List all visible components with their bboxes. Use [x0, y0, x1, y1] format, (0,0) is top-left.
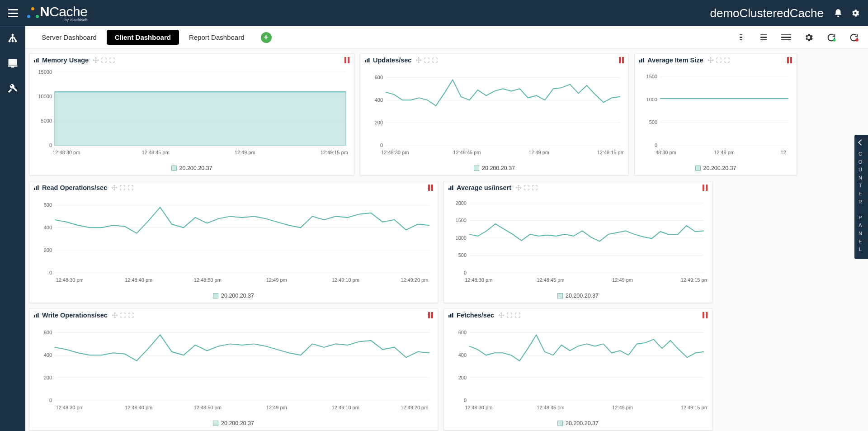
fullscreen-icon[interactable] [432, 57, 438, 63]
tab-server-dashboard[interactable]: Server Dashboard [33, 30, 105, 45]
tools-icon[interactable] [7, 82, 18, 93]
move-icon[interactable] [499, 313, 504, 318]
svg-rect-17 [365, 60, 366, 62]
panel-fetches-sec: Fetches/sec 020040060012:48:30 pm12:48:4… [443, 308, 712, 431]
hamburger-menu-icon[interactable] [8, 9, 18, 17]
svg-text:0: 0 [49, 142, 52, 148]
expand-icon[interactable] [424, 57, 429, 63]
svg-text:0: 0 [380, 142, 383, 148]
svg-text:12:49 pm: 12:49 pm [714, 150, 735, 155]
expand-icon[interactable] [101, 57, 107, 63]
refresh-green-icon[interactable] [826, 33, 836, 43]
panel-title: Updates/sec [373, 57, 411, 64]
pause-icon[interactable] [428, 312, 433, 318]
svg-point-0 [833, 38, 835, 41]
panel-tools [93, 57, 115, 63]
fullscreen-icon[interactable] [532, 185, 538, 190]
svg-rect-80 [34, 315, 35, 317]
svg-text:500: 500 [649, 119, 657, 125]
move-icon[interactable] [708, 57, 713, 63]
legend-swatch-icon [213, 293, 218, 298]
panel-title: Write Operations/sec [42, 312, 108, 319]
expand-icon[interactable] [507, 313, 512, 318]
panel-write-ops: Write Operations/sec 020040060012:48:30 … [29, 308, 438, 431]
svg-rect-99 [452, 313, 453, 317]
svg-text:12:48:40 pm: 12:48:40 pm [125, 405, 152, 410]
svg-rect-65 [452, 185, 453, 190]
panel-title: Memory Usage [42, 57, 89, 64]
svg-text:12:49:15 pm: 12:49:15 pm [321, 150, 348, 155]
chart-legend: 20.200.20.37 [360, 163, 628, 175]
move-icon[interactable] [93, 57, 99, 63]
chart-area: 020040060012:48:30 pm12:48:40 pm12:48:50… [29, 194, 438, 291]
logo-text: NCache by Alachisoft [40, 4, 87, 22]
move-icon[interactable] [516, 185, 521, 190]
panel-avg-us-insert: Average us/insert 050010001500200012:48:… [443, 181, 712, 303]
panel-tools [516, 185, 538, 190]
chart-area: 020040060012:48:30 pm12:48:45 pm12:49 pm… [360, 66, 628, 163]
counter-panel-toggle[interactable]: COUNTER PANEL [854, 135, 868, 259]
notifications-icon[interactable] [834, 9, 843, 18]
chart-area: 050010001500200012:48:30 pm12:48:45 pm12… [444, 194, 712, 291]
pause-icon[interactable] [428, 185, 433, 191]
expand-icon[interactable] [120, 313, 126, 318]
expand-icon[interactable] [120, 185, 125, 190]
refresh-red-icon[interactable] [849, 33, 859, 43]
chart-legend: 20.200.20.37 [29, 163, 354, 175]
cluster-icon[interactable] [7, 33, 18, 44]
fullscreen-icon[interactable] [128, 185, 133, 190]
svg-rect-63 [448, 188, 450, 190]
chart-legend: 20.200.20.37 [444, 291, 712, 303]
pause-icon[interactable] [619, 57, 624, 63]
tab-client-dashboard[interactable]: Client Dashboard [107, 30, 179, 45]
svg-text:200: 200 [458, 375, 467, 380]
legend-swatch-icon [557, 421, 563, 426]
svg-text::48:30 pm: :48:30 pm [654, 150, 676, 155]
svg-text:1500: 1500 [646, 74, 657, 79]
columns-3-icon[interactable] [781, 33, 791, 43]
expand-icon[interactable] [716, 57, 722, 63]
pause-icon[interactable] [344, 57, 349, 63]
fullscreen-icon[interactable] [515, 313, 520, 318]
pause-icon[interactable] [703, 312, 708, 318]
svg-text:12:49 pm: 12:49 pm [612, 405, 633, 410]
legend-swatch-icon [557, 293, 563, 298]
svg-text:600: 600 [458, 330, 467, 335]
legend-label: 20.200.20.37 [179, 165, 212, 171]
fullscreen-icon[interactable] [109, 57, 115, 63]
dashboard-settings-icon[interactable] [804, 33, 814, 43]
settings-gear-icon[interactable] [851, 9, 860, 18]
tab-report-dashboard[interactable]: Report Dashboard [181, 30, 253, 45]
dashboard-row: Memory Usage 05000100001500012:48:30 pm1… [29, 53, 863, 175]
bar-chart-icon [639, 58, 645, 62]
svg-text:0: 0 [655, 142, 657, 148]
svg-text:200: 200 [44, 375, 52, 380]
columns-1-icon[interactable] [736, 33, 746, 43]
move-icon[interactable] [416, 57, 421, 63]
pause-icon[interactable] [787, 57, 792, 63]
svg-text:12:49:15 pm: 12:49:15 pm [681, 277, 708, 283]
columns-2-icon[interactable] [759, 33, 769, 43]
pause-icon[interactable] [703, 185, 708, 191]
chart-area: 05000100001500012:48:30 pm12:48:45 pm12:… [29, 66, 354, 163]
svg-text:0: 0 [464, 270, 467, 275]
svg-text:1000: 1000 [646, 97, 657, 102]
chart-area: 020040060012:48:30 pm12:48:40 pm12:48:50… [29, 322, 438, 418]
svg-text:0: 0 [49, 398, 52, 403]
move-icon[interactable] [112, 313, 118, 318]
legend-label: 20.200.20.37 [221, 420, 254, 426]
move-icon[interactable] [112, 185, 117, 190]
panel-tools [112, 185, 133, 190]
svg-text:12:48:30 pm: 12:48:30 pm [465, 405, 492, 410]
svg-text:0: 0 [464, 398, 467, 403]
add-dashboard-button[interactable]: + [261, 32, 272, 43]
monitor-icon[interactable] [7, 57, 18, 68]
bar-chart-icon [365, 58, 370, 62]
svg-text:12:49:10 pm: 12:49:10 pm [332, 277, 359, 283]
fullscreen-icon[interactable] [724, 57, 730, 63]
fullscreen-icon[interactable] [128, 313, 134, 318]
chart-svg: 050010001500:48:30 pm12:49 pm12 [637, 68, 792, 158]
svg-text:1000: 1000 [456, 235, 467, 241]
expand-icon[interactable] [524, 185, 529, 190]
svg-rect-34 [643, 58, 644, 62]
